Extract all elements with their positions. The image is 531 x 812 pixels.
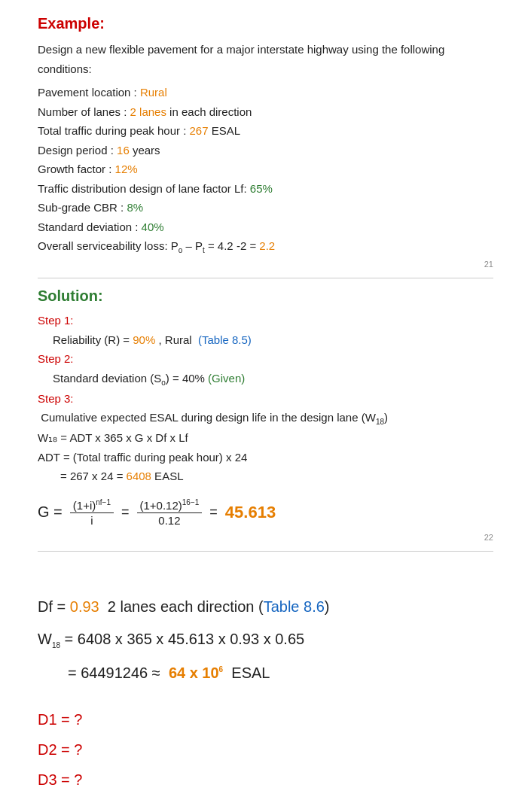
step1-content: Reliability (R) = 90% , Rural (Table 8.5… — [53, 330, 493, 350]
field-stddev: Standard deviation : 40% — [38, 217, 493, 237]
field-cbr-value: 8% — [127, 201, 143, 214]
field-traffic-value: 267 — [190, 124, 209, 137]
field-design-period: Design period : 16 years — [38, 141, 493, 160]
step2-label: Step 2: — [38, 352, 74, 365]
field-growth: Growth factor : 12% — [38, 160, 493, 179]
field-design-period-value: 16 — [117, 144, 130, 157]
field-stddev-value: 40% — [142, 220, 164, 233]
field-lf-value: 65% — [250, 182, 273, 195]
g-equals-2: = — [209, 504, 218, 520]
field-traffic: Total traffic during peak hour : 267 ESA… — [38, 121, 493, 141]
g-formula-block: G = (1+i)nf−1 i = (1+0.12)16−1 0.12 = 45… — [38, 498, 493, 527]
df-val: 0.93 — [70, 598, 99, 615]
step1: Step 1: — [38, 311, 493, 330]
d3-line: D3 = ? — [38, 765, 493, 795]
w18-calc-line: W18 = 6408 x 365 x 45.613 x 0.93 x 0.65 — [38, 631, 493, 649]
d1-line: D1 = ? — [38, 704, 493, 734]
step3-label: Step 3: — [38, 392, 74, 405]
step2-given: (Given) — [208, 372, 245, 385]
step2: Step 2: — [38, 349, 493, 369]
g-den2: 0.12 — [155, 513, 183, 527]
step2-content: Standard deviation (So) = 40% (Given) — [53, 369, 493, 389]
step3-adt-formula: ADT = (Total traffic during peak hour) x… — [38, 448, 493, 467]
approx-line: = 64491246 ≈ 64 x 106 ESAL — [68, 665, 493, 682]
solution-title: Solution: — [38, 287, 493, 305]
d2-line: D2 = ? — [38, 734, 493, 765]
field-lf: Traffic distribution design of lane fact… — [38, 179, 493, 199]
step1-label: Step 1: — [38, 314, 74, 327]
d-lines-block: D1 = ? D2 = ? D3 = ? — [38, 704, 493, 795]
field-serviceability: Overall serviceability loss: Po – Pt = 4… — [38, 236, 493, 257]
field-cbr: Sub-grade CBR : 8% — [38, 198, 493, 217]
page-2: Df = 0.93 2 lanes each direction (Table … — [0, 576, 531, 810]
step3-w18-formula: W₁₈ = ADT x 365 x G x Df x Lf — [38, 428, 493, 448]
step3-cumulative: Cumulative expected ESAL during design l… — [38, 408, 493, 428]
example-title: Example: — [38, 15, 493, 32]
g-num2: (1+0.12)16−1 — [137, 498, 203, 513]
g-den1: i — [87, 513, 96, 527]
g-result: 45.613 — [225, 503, 276, 522]
field-location-value: Rural — [140, 86, 167, 99]
step1-val: 90% — [133, 333, 155, 346]
field-growth-value: 12% — [115, 163, 138, 175]
adt-value: 6408 — [127, 470, 151, 482]
step1-table: (Table 8.5) — [198, 333, 252, 346]
approx-val: 64 x 106 — [169, 665, 223, 681]
step3-adt-calc: = 267 x 24 = 6408 EASL — [60, 467, 493, 486]
page-number-1: 21 — [38, 260, 493, 269]
g-fraction-1: (1+i)nf−1 i — [70, 498, 114, 527]
page-number-2: 22 — [38, 533, 493, 542]
page-1: Example: Design a new flexible pavement … — [0, 0, 531, 576]
intro-text: Design a new flexible pavement for a maj… — [38, 40, 493, 78]
field-location: Pavement location : Rural — [38, 83, 493, 102]
df-line: Df = 0.93 2 lanes each direction (Table … — [38, 598, 493, 616]
divider-1 — [38, 278, 493, 278]
step3: Step 3: — [38, 389, 493, 409]
divider-2 — [38, 551, 493, 552]
field-lanes-value: 2 lanes — [130, 105, 166, 118]
g-label: G = — [38, 503, 63, 521]
g-equals-1: = — [121, 504, 130, 520]
field-serviceability-value: 2.2 — [259, 239, 275, 252]
field-lanes: Number of lanes : 2 lanes in each direct… — [38, 102, 493, 122]
g-fraction-2: (1+0.12)16−1 0.12 — [137, 498, 203, 527]
df-table: Table 8.6 — [264, 598, 325, 615]
g-num1: (1+i)nf−1 — [70, 498, 114, 513]
